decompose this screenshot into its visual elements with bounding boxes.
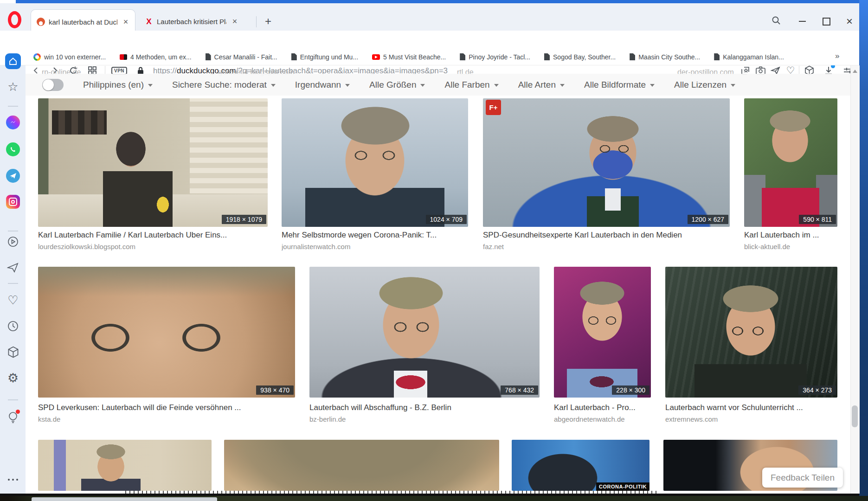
page-scrollbar[interactable] <box>850 65 860 494</box>
result-domain[interactable]: lourdesziolkowski.blogspot.com <box>38 243 268 250</box>
instagram-icon[interactable] <box>5 194 21 210</box>
image-result-tv-still[interactable] <box>38 440 212 491</box>
image-size-badge: 364 × 273 <box>798 385 836 395</box>
faz-logo-badge: F+ <box>486 100 501 115</box>
history-clock-icon[interactable] <box>5 318 21 334</box>
menu-dots-icon[interactable] <box>5 472 21 488</box>
size-dropdown[interactable]: Alle Größen <box>369 80 425 90</box>
bookmark-label: Maasin City Southe... <box>638 53 700 61</box>
result-title[interactable]: Lauterbach will Abschaffung - B.Z. Berli… <box>309 403 540 412</box>
favorites-heart-icon[interactable]: ♡ <box>5 292 21 308</box>
result-domain[interactable]: extremnews.com <box>665 415 837 423</box>
new-tab-button[interactable]: + <box>262 14 275 28</box>
bookmark-item[interactable]: Sogod Bay, Souther... <box>544 53 616 61</box>
extensions-box-icon[interactable] <box>5 344 21 360</box>
bookmarks-star-icon[interactable]: ☆ <box>5 79 21 95</box>
result-title[interactable]: Karl Lauterbach im ... <box>744 231 837 240</box>
result-title[interactable]: Karl Lauterbach Familie / Karl Lauterbac… <box>38 231 268 240</box>
telegram-icon[interactable] <box>5 168 21 184</box>
result-domain[interactable]: ksta.de <box>38 415 295 423</box>
chevron-down-icon <box>731 84 735 87</box>
image-size-badge: 938 × 470 <box>256 385 294 395</box>
tab-close-icon[interactable]: × <box>121 17 130 27</box>
bookmarks-overflow-chevron[interactable]: » <box>835 51 839 61</box>
maximize-button[interactable] <box>820 15 832 27</box>
result-title[interactable]: Karl Lauterbach - Pro... <box>554 403 651 412</box>
image-result-lauterbach-bowtie[interactable]: 768 × 432 <box>309 267 540 398</box>
red-x-favicon: X <box>145 17 153 26</box>
page-icon <box>460 53 465 60</box>
search-tabs-icon[interactable] <box>771 15 781 26</box>
my-flow-icon[interactable] <box>5 260 21 276</box>
result-domain[interactable]: blick-aktuell.de <box>744 243 837 250</box>
region-toggle[interactable] <box>42 79 64 91</box>
bookmark-item[interactable]: win 10 von externer... <box>33 53 106 61</box>
color-dropdown[interactable]: Alle Farben <box>444 80 498 90</box>
bookmark-item[interactable]: Kalanggaman Islan... <box>714 53 784 61</box>
titlebar: karl lauterbach at DuckDuc × X Lauterbac… <box>0 3 859 31</box>
speed-dial-home-icon[interactable] <box>5 53 21 69</box>
region-dropdown[interactable]: Philippines (en) <box>83 80 153 90</box>
whatsapp-icon[interactable] <box>5 141 21 157</box>
bookmark-item[interactable]: Pinoy Joyride - Tacl... <box>460 53 530 61</box>
bookmark-item[interactable]: Cesar Manalili - Fait... <box>206 53 277 61</box>
image-result-lauterbach-magenta[interactable]: 228 × 300 <box>554 267 651 398</box>
desktop-right-edge <box>859 0 868 501</box>
safe-search-dropdown[interactable]: Sichere Suche: moderat <box>172 80 276 90</box>
youtube-favicon <box>372 54 380 60</box>
sidebar-divider <box>8 399 18 400</box>
result-title[interactable]: Mehr Selbstmorde wegen Corona-Panik: T..… <box>282 231 468 240</box>
close-button[interactable]: × <box>843 15 855 27</box>
corona-politik-badge: CORONA-POLITIK <box>596 482 649 491</box>
bookmarks-bar: win 10 von externer... 4 Methoden, um ex… <box>0 49 859 65</box>
image-result-lauterbach-mask[interactable]: F+ 1200 × 627 <box>483 98 730 227</box>
minimize-button[interactable] <box>796 15 808 27</box>
page-icon <box>630 53 635 60</box>
tab-close-icon[interactable]: × <box>230 17 239 26</box>
tab-title: Lauterbach kritisiert Pläne f <box>157 18 226 26</box>
red-site-favicon <box>120 54 127 60</box>
feedback-button[interactable]: Feedback Teilen <box>762 468 843 488</box>
image-result-lauterbach-portrait[interactable]: 1024 × 709 <box>282 98 468 227</box>
chevron-down-icon <box>494 84 499 87</box>
result-domain[interactable]: abgeordnetenwatch.de <box>554 415 651 423</box>
page-icon <box>544 53 550 60</box>
filter-bar: Philippines (en) Sichere Suche: moderat … <box>26 74 850 96</box>
result-domain[interactable]: faz.net <box>483 243 730 250</box>
messenger-icon[interactable] <box>5 115 21 130</box>
result-domain[interactable]: bz-berlin.de <box>309 415 540 423</box>
page-icon <box>206 53 211 60</box>
opera-logo[interactable] <box>8 11 21 28</box>
bookmark-item[interactable]: Maasin City Southe... <box>630 53 700 61</box>
bookmark-item[interactable]: 5 Must Visit Beache... <box>372 53 446 61</box>
license-dropdown[interactable]: Alle Lizenzen <box>674 80 735 90</box>
time-dropdown[interactable]: Irgendwann <box>295 80 350 90</box>
image-result-lauterbach-dark-bg[interactable]: 364 × 273 <box>665 267 837 398</box>
result-title[interactable]: SPD Leverkusen: Lauterbach will die Fein… <box>38 403 295 412</box>
bookmark-item[interactable]: Entgiftung und Mu... <box>291 53 358 61</box>
result-title[interactable]: SPD-Gesundheitsexperte Karl Lauterbach i… <box>483 231 730 240</box>
easy-setup-bulb-icon[interactable] <box>5 410 21 425</box>
image-result-lauterbach-closeup[interactable]: 938 × 470 <box>38 267 295 398</box>
desktop-taskbar-fragment <box>32 497 217 501</box>
image-result-corona-politik[interactable]: CORONA-POLITIK <box>512 440 649 491</box>
bookmark-label: Pinoy Joyride - Tacl... <box>469 53 530 61</box>
settings-gear-icon[interactable]: ⚙ <box>5 370 21 386</box>
layout-dropdown[interactable]: Alle Bildformate <box>584 80 655 90</box>
bookmark-item[interactable]: 4 Methoden, um ex... <box>120 53 192 61</box>
region-label: Philippines (en) <box>83 80 144 90</box>
bookmark-label: 5 Must Visit Beache... <box>383 53 446 61</box>
type-dropdown[interactable]: Alle Arten <box>518 80 565 90</box>
bookmark-label: 4 Methoden, um ex... <box>130 53 192 61</box>
sidebar-divider <box>8 231 18 231</box>
image-result-head-closeup[interactable] <box>224 440 499 491</box>
video-popout-icon[interactable] <box>5 234 21 250</box>
result-title[interactable]: Lauterbach warnt vor Schulunterricht ... <box>665 403 837 412</box>
image-result-lauterbach-interview[interactable]: 1918 × 1079 <box>38 98 268 227</box>
scrollbar-thumb[interactable] <box>852 405 858 427</box>
image-result-lauterbach-red-sweater[interactable]: 590 × 811 <box>744 98 837 227</box>
bookmark-label: Entgiftung und Mu... <box>300 53 358 61</box>
notification-dot <box>16 410 20 414</box>
result-domain[interactable]: journalistenwatch.com <box>282 243 468 250</box>
scrollbar-up-arrow[interactable] <box>853 70 857 73</box>
